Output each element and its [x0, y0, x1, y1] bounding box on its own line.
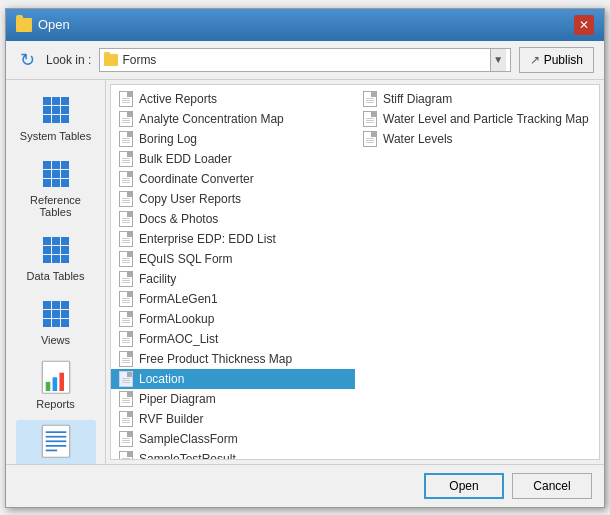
file-item[interactable]: Boring Log: [111, 129, 355, 149]
file-doc-icon: [119, 251, 133, 267]
file-doc-icon: [363, 91, 377, 107]
file-item[interactable]: EQuIS SQL Form: [111, 249, 355, 269]
file-doc-icon: [119, 91, 133, 107]
file-doc-icon: [119, 391, 133, 407]
file-item[interactable]: FormAOC_List: [111, 329, 355, 349]
grid-icon: [43, 161, 69, 187]
file-doc-icon: [119, 211, 133, 227]
file-name: Copy User Reports: [139, 192, 241, 206]
publish-label: Publish: [544, 53, 583, 67]
close-button[interactable]: ✕: [574, 15, 594, 35]
grid-icon: [43, 301, 69, 327]
file-item[interactable]: Water Levels: [355, 129, 599, 149]
file-columns: Active ReportsAnalyte Concentration MapB…: [111, 85, 599, 460]
main-content: System Tables Reference Tables: [6, 80, 604, 464]
views-icon: [40, 298, 72, 330]
file-item[interactable]: FormALeGen1: [111, 289, 355, 309]
open-button[interactable]: Open: [424, 473, 504, 499]
forms-icon: [40, 426, 72, 458]
sidebar-item-reports[interactable]: Reports: [16, 356, 96, 416]
doc-lines: [122, 298, 130, 304]
sidebar-item-system-tables[interactable]: System Tables: [16, 88, 96, 148]
cancel-button[interactable]: Cancel: [512, 473, 592, 499]
svg-rect-2: [52, 378, 57, 392]
title-bar-left: Open: [16, 17, 70, 32]
look-in-value: Forms: [122, 53, 485, 67]
doc-lines: [122, 138, 130, 144]
file-name: Water Level and Particle Tracking Map: [383, 112, 589, 126]
file-item[interactable]: Active Reports: [111, 89, 355, 109]
sidebar-label: System Tables: [20, 130, 91, 142]
file-doc-icon: [119, 431, 133, 447]
file-item[interactable]: Docs & Photos: [111, 209, 355, 229]
file-name: Facility: [139, 272, 176, 286]
file-name: Docs & Photos: [139, 212, 218, 226]
file-doc-icon: [119, 451, 133, 460]
file-item[interactable]: FormALookup: [111, 309, 355, 329]
file-doc-icon: [119, 351, 133, 367]
file-doc-icon: [119, 111, 133, 127]
refresh-icon[interactable]: ↻: [16, 49, 38, 71]
file-name: Bulk EDD Loader: [139, 152, 232, 166]
file-item[interactable]: SampleClassForm: [111, 429, 355, 449]
file-item[interactable]: Copy User Reports: [111, 189, 355, 209]
file-area: Active ReportsAnalyte Concentration MapB…: [110, 84, 600, 460]
svg-rect-1: [45, 382, 50, 391]
publish-button[interactable]: ↗ Publish: [519, 47, 594, 73]
toolbar: ↻ Look in : Forms ▼ ↗ Publish: [6, 41, 604, 80]
file-column-2: Stiff DiagramWater Level and Particle Tr…: [355, 85, 599, 460]
sidebar-item-data-tables[interactable]: Data Tables: [16, 228, 96, 288]
doc-lines: [122, 218, 130, 224]
file-item[interactable]: Enterprise EDP: EDD List: [111, 229, 355, 249]
file-item[interactable]: Free Product Thickness Map: [111, 349, 355, 369]
file-name: Free Product Thickness Map: [139, 352, 292, 366]
doc-lines: [366, 138, 374, 144]
file-name: Active Reports: [139, 92, 217, 106]
file-item[interactable]: Stiff Diagram: [355, 89, 599, 109]
file-item[interactable]: Location: [111, 369, 355, 389]
title-bar: Open ✕: [6, 9, 604, 41]
sidebar: System Tables Reference Tables: [6, 80, 106, 464]
combo-dropdown-arrow[interactable]: ▼: [490, 49, 506, 71]
doc-lines: [122, 378, 130, 384]
file-doc-icon: [363, 131, 377, 147]
file-name: Water Levels: [383, 132, 453, 146]
folder-icon: [16, 18, 32, 32]
file-item[interactable]: Bulk EDD Loader: [111, 149, 355, 169]
doc-lines: [366, 118, 374, 124]
file-item[interactable]: Water Level and Particle Tracking Map: [355, 109, 599, 129]
doc-lines: [122, 118, 130, 124]
file-doc-icon: [119, 151, 133, 167]
sidebar-item-views[interactable]: Views: [16, 292, 96, 352]
file-column-1: Active ReportsAnalyte Concentration MapB…: [111, 85, 355, 460]
data-tables-icon: [40, 234, 72, 266]
file-item[interactable]: Facility: [111, 269, 355, 289]
doc-lines: [122, 438, 130, 444]
doc-lines: [122, 178, 130, 184]
file-name: Analyte Concentration Map: [139, 112, 284, 126]
doc-lines: [366, 98, 374, 104]
combo-folder-icon: [104, 54, 118, 66]
file-name: EQuIS SQL Form: [139, 252, 233, 266]
file-name: Stiff Diagram: [383, 92, 452, 106]
file-doc-icon: [119, 311, 133, 327]
file-item[interactable]: SampleTestResult: [111, 449, 355, 460]
file-item[interactable]: Coordinate Converter: [111, 169, 355, 189]
file-name: Piper Diagram: [139, 392, 216, 406]
dialog-title: Open: [38, 17, 70, 32]
file-item[interactable]: RVF Builder: [111, 409, 355, 429]
look-in-combobox[interactable]: Forms ▼: [99, 48, 510, 72]
doc-lines: [122, 238, 130, 244]
forms-svg: [40, 423, 72, 460]
reports-icon: [40, 362, 72, 394]
doc-lines: [122, 98, 130, 104]
file-doc-icon: [119, 231, 133, 247]
sidebar-label: Reference Tables: [20, 194, 92, 218]
publish-icon: ↗: [530, 53, 540, 67]
doc-lines: [122, 418, 130, 424]
doc-lines: [122, 398, 130, 404]
file-item[interactable]: Analyte Concentration Map: [111, 109, 355, 129]
sidebar-item-reference-tables[interactable]: Reference Tables: [16, 152, 96, 224]
sidebar-item-forms[interactable]: Forms: [16, 420, 96, 464]
file-item[interactable]: Piper Diagram: [111, 389, 355, 409]
